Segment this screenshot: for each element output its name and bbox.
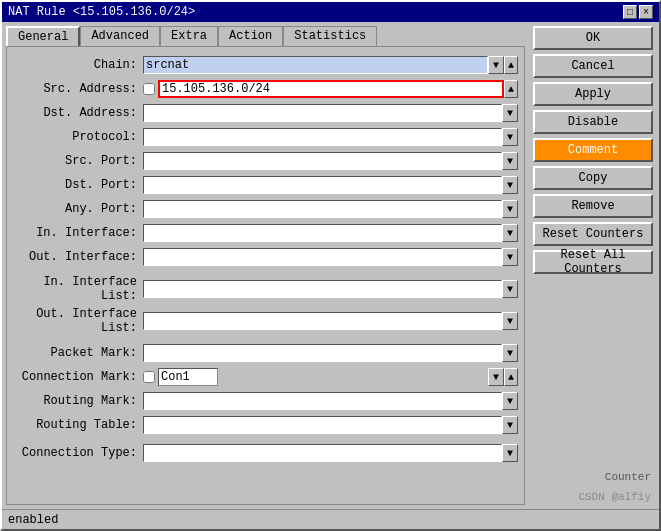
tab-content-general: Chain: ▼ ▲ Src. Address: ▲ bbox=[6, 46, 525, 505]
nat-rule-window: NAT Rule <15.105.136.0/24> □ × General A… bbox=[0, 0, 661, 531]
src-address-checkbox[interactable] bbox=[143, 83, 155, 95]
any-port-dropdown-btn[interactable]: ▼ bbox=[502, 200, 518, 218]
routing-mark-label: Routing Mark: bbox=[13, 394, 143, 408]
routing-table-input-wrap: ▼ bbox=[143, 416, 518, 434]
close-button[interactable]: × bbox=[639, 5, 653, 19]
in-interface-list-input-wrap: ▼ bbox=[143, 280, 518, 298]
dst-port-dropdown-btn[interactable]: ▼ bbox=[502, 176, 518, 194]
out-interface-list-row: Out. Interface List: ▼ bbox=[13, 307, 518, 335]
in-interface-input-wrap: ▼ bbox=[143, 224, 518, 242]
connection-mark-label: Connection Mark: bbox=[13, 370, 143, 384]
connection-mark-scroll-up[interactable]: ▲ bbox=[504, 368, 518, 386]
connection-mark-input-wrap: ▼ ▲ bbox=[143, 368, 518, 386]
chain-dropdown-btn[interactable]: ▼ bbox=[488, 56, 504, 74]
routing-mark-input[interactable] bbox=[143, 392, 502, 410]
out-interface-input-wrap: ▼ bbox=[143, 248, 518, 266]
chain-label: Chain: bbox=[13, 58, 143, 72]
apply-button[interactable]: Apply bbox=[533, 82, 653, 106]
src-port-input[interactable] bbox=[143, 152, 502, 170]
packet-mark-input[interactable] bbox=[143, 344, 502, 362]
out-interface-list-label: Out. Interface List: bbox=[13, 307, 143, 335]
src-port-input-wrap: ▼ bbox=[143, 152, 518, 170]
protocol-input[interactable] bbox=[143, 128, 502, 146]
in-interface-row: In. Interface: ▼ bbox=[13, 223, 518, 243]
connection-mark-dropdown-btn[interactable]: ▼ bbox=[488, 368, 504, 386]
in-interface-list-dropdown-btn[interactable]: ▼ bbox=[502, 280, 518, 298]
cancel-button[interactable]: Cancel bbox=[533, 54, 653, 78]
connection-type-input-wrap: ▼ bbox=[143, 444, 518, 462]
src-port-row: Src. Port: ▼ bbox=[13, 151, 518, 171]
any-port-input-wrap: ▼ bbox=[143, 200, 518, 218]
chain-input-wrap: ▼ ▲ bbox=[143, 56, 518, 74]
window-title: NAT Rule <15.105.136.0/24> bbox=[8, 5, 195, 19]
in-interface-input[interactable] bbox=[143, 224, 502, 242]
src-port-dropdown-btn[interactable]: ▼ bbox=[502, 152, 518, 170]
connection-mark-input[interactable] bbox=[158, 368, 218, 386]
routing-mark-input-wrap: ▼ bbox=[143, 392, 518, 410]
connection-type-input[interactable] bbox=[143, 444, 502, 462]
connection-mark-row: Connection Mark: ▼ ▲ bbox=[13, 367, 518, 387]
watermark: CSDN @alfiy bbox=[533, 489, 655, 505]
tab-advanced[interactable]: Advanced bbox=[80, 26, 160, 46]
tab-statistics[interactable]: Statistics bbox=[283, 26, 377, 46]
side-panel: OK Cancel Apply Disable Comment Copy Rem… bbox=[529, 22, 659, 509]
content-area: General Advanced Extra Action Statistics… bbox=[2, 22, 659, 509]
connection-type-label: Connection Type: bbox=[13, 446, 143, 460]
packet-mark-row: Packet Mark: ▼ bbox=[13, 343, 518, 363]
in-interface-list-label: In. Interface List: bbox=[13, 275, 143, 303]
routing-table-row: Routing Table: ▼ bbox=[13, 415, 518, 435]
connection-type-dropdown-btn[interactable]: ▼ bbox=[502, 444, 518, 462]
tab-action[interactable]: Action bbox=[218, 26, 283, 46]
packet-mark-dropdown-btn[interactable]: ▼ bbox=[502, 344, 518, 362]
reset-all-counters-button[interactable]: Reset All Counters bbox=[533, 250, 653, 274]
in-interface-list-input[interactable] bbox=[143, 280, 502, 298]
dst-port-label: Dst. Port: bbox=[13, 178, 143, 192]
tabs-bar: General Advanced Extra Action Statistics bbox=[6, 26, 525, 46]
protocol-dropdown-btn[interactable]: ▼ bbox=[502, 128, 518, 146]
minimize-button[interactable]: □ bbox=[623, 5, 637, 19]
any-port-label: Any. Port: bbox=[13, 202, 143, 216]
out-interface-list-dropdown-btn[interactable]: ▼ bbox=[502, 312, 518, 330]
counter-label: Counter bbox=[533, 469, 655, 485]
routing-mark-dropdown-btn[interactable]: ▼ bbox=[502, 392, 518, 410]
any-port-row: Any. Port: ▼ bbox=[13, 199, 518, 219]
out-interface-list-input[interactable] bbox=[143, 312, 502, 330]
packet-mark-label: Packet Mark: bbox=[13, 346, 143, 360]
disable-button[interactable]: Disable bbox=[533, 110, 653, 134]
src-port-label: Src. Port: bbox=[13, 154, 143, 168]
out-interface-dropdown-btn[interactable]: ▼ bbox=[502, 248, 518, 266]
in-interface-dropdown-btn[interactable]: ▼ bbox=[502, 224, 518, 242]
packet-mark-input-wrap: ▼ bbox=[143, 344, 518, 362]
dst-address-dropdown-btn[interactable]: ▼ bbox=[502, 104, 518, 122]
routing-mark-row: Routing Mark: ▼ bbox=[13, 391, 518, 411]
src-address-input-wrap: ▲ bbox=[143, 80, 518, 98]
routing-table-input[interactable] bbox=[143, 416, 502, 434]
out-interface-input[interactable] bbox=[143, 248, 502, 266]
tab-extra[interactable]: Extra bbox=[160, 26, 218, 46]
remove-button[interactable]: Remove bbox=[533, 194, 653, 218]
protocol-input-wrap: ▼ bbox=[143, 128, 518, 146]
tab-general[interactable]: General bbox=[6, 26, 80, 46]
dst-address-input-wrap: ▼ bbox=[143, 104, 518, 122]
connection-mark-checkbox[interactable] bbox=[143, 371, 155, 383]
title-bar-buttons: □ × bbox=[623, 5, 653, 19]
src-address-scroll-up[interactable]: ▲ bbox=[504, 80, 518, 98]
dst-port-row: Dst. Port: ▼ bbox=[13, 175, 518, 195]
reset-counters-button[interactable]: Reset Counters bbox=[533, 222, 653, 246]
chain-input[interactable] bbox=[143, 56, 488, 74]
comment-button[interactable]: Comment bbox=[533, 138, 653, 162]
src-address-input[interactable] bbox=[158, 80, 504, 98]
chain-row: Chain: ▼ ▲ bbox=[13, 55, 518, 75]
in-interface-label: In. Interface: bbox=[13, 226, 143, 240]
chain-scroll-up[interactable]: ▲ bbox=[504, 56, 518, 74]
routing-table-dropdown-btn[interactable]: ▼ bbox=[502, 416, 518, 434]
copy-button[interactable]: Copy bbox=[533, 166, 653, 190]
dst-port-input[interactable] bbox=[143, 176, 502, 194]
any-port-input[interactable] bbox=[143, 200, 502, 218]
src-address-label: Src. Address: bbox=[13, 82, 143, 96]
dst-address-input[interactable] bbox=[143, 104, 502, 122]
status-text: enabled bbox=[8, 513, 58, 527]
ok-button[interactable]: OK bbox=[533, 26, 653, 50]
out-interface-row: Out. Interface: ▼ bbox=[13, 247, 518, 267]
dst-address-row: Dst. Address: ▼ bbox=[13, 103, 518, 123]
